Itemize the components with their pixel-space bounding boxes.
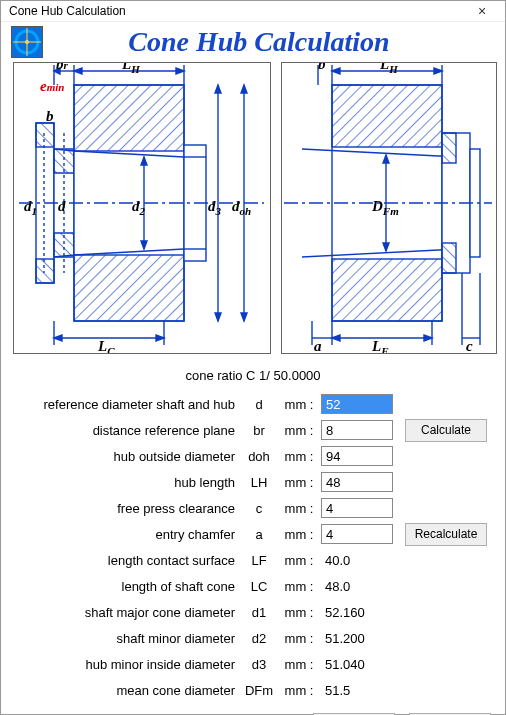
input-c[interactable] xyxy=(321,498,393,518)
sym-LH: LH xyxy=(241,475,277,490)
svg-rect-62 xyxy=(442,243,456,273)
svg-point-3 xyxy=(25,40,29,44)
svg-text:emin: emin xyxy=(40,78,64,94)
row-d1: shaft major cone diameter d1 mm : 52.160 xyxy=(11,599,495,625)
input-a[interactable] xyxy=(321,524,393,544)
label-DFm: mean cone diameter xyxy=(11,683,241,698)
svg-text:br: br xyxy=(56,63,69,72)
row-d3: hub minor inside diameter d3 mm : 51.040 xyxy=(11,651,495,677)
svg-marker-78 xyxy=(424,335,432,341)
label-c: free press clearance xyxy=(11,501,241,516)
svg-rect-14 xyxy=(74,255,184,321)
diagram-right: b LH DFm a LF c xyxy=(281,62,497,354)
sym-d: d xyxy=(241,397,277,412)
svg-text:doh: doh xyxy=(232,198,251,217)
label-br: distance reference plane xyxy=(11,423,241,438)
value-d3: 51.040 xyxy=(321,657,401,672)
input-d[interactable] xyxy=(321,394,393,414)
svg-text:d1: d1 xyxy=(24,198,37,217)
input-LH[interactable] xyxy=(321,472,393,492)
label-LH: hub length xyxy=(11,475,241,490)
svg-rect-8 xyxy=(36,259,54,283)
row-LH: hub length LH mm : xyxy=(11,469,495,495)
label-d: reference diameter shaft and hub xyxy=(11,397,241,412)
svg-text:b: b xyxy=(46,108,54,124)
sym-a: a xyxy=(241,527,277,542)
diagram-left: br emin b LH LC d1 d d2 d3 doh xyxy=(13,62,271,354)
page-title: Cone Hub Calculation xyxy=(53,26,495,58)
svg-rect-56 xyxy=(332,85,442,147)
unit-c: mm : xyxy=(277,501,321,516)
label-a: entry chamfer xyxy=(11,527,241,542)
sym-br: br xyxy=(241,423,277,438)
app-logo-icon xyxy=(11,26,43,58)
sym-LC: LC xyxy=(241,579,277,594)
value-d2: 51.200 xyxy=(321,631,401,646)
row-br: distance reference plane br mm : Calcula… xyxy=(11,417,495,443)
svg-marker-44 xyxy=(241,313,247,321)
value-LF: 40.0 xyxy=(321,553,401,568)
svg-marker-77 xyxy=(332,335,340,341)
unit-LH: mm : xyxy=(277,475,321,490)
svg-text:LH: LH xyxy=(121,63,140,75)
svg-marker-69 xyxy=(332,68,340,74)
label-d3: hub minor inside diameter xyxy=(11,657,241,672)
sym-d2: d2 xyxy=(241,631,277,646)
label-LC: length of shaft cone xyxy=(11,579,241,594)
svg-text:LC: LC xyxy=(97,338,115,353)
row-c: free press clearance c mm : xyxy=(11,495,495,521)
unit-br: mm : xyxy=(277,423,321,438)
unit-doh: mm : xyxy=(277,449,321,464)
unit-LF: mm : xyxy=(277,553,321,568)
svg-marker-70 xyxy=(434,68,442,74)
svg-text:d: d xyxy=(58,198,66,214)
close-icon: × xyxy=(478,3,486,19)
svg-marker-25 xyxy=(74,68,82,74)
titlebar: Cone Hub Calculation × xyxy=(1,1,505,22)
svg-text:a: a xyxy=(314,338,322,353)
label-doh: hub outside diameter xyxy=(11,449,241,464)
sym-DFm: DFm xyxy=(241,683,277,698)
row-doh: hub outside diameter doh mm : xyxy=(11,443,495,469)
recalculate-button[interactable]: Recalculate xyxy=(405,523,487,546)
svg-rect-7 xyxy=(36,123,54,147)
unit-d3: mm : xyxy=(277,657,321,672)
window-title: Cone Hub Calculation xyxy=(9,4,467,18)
unit-d2: mm : xyxy=(277,631,321,646)
row-a: entry chamfer a mm : Recalculate xyxy=(11,521,495,547)
sym-d3: d3 xyxy=(241,657,277,672)
unit-DFm: mm : xyxy=(277,683,321,698)
label-d2: shaft minor diameter xyxy=(11,631,241,646)
row-d: reference diameter shaft and hub d mm : xyxy=(11,391,495,417)
value-LC: 48.0 xyxy=(321,579,401,594)
sym-LF: LF xyxy=(241,553,277,568)
calculate-button[interactable]: Calculate xyxy=(405,419,487,442)
input-doh[interactable] xyxy=(321,446,393,466)
svg-text:LH: LH xyxy=(379,63,398,75)
svg-marker-26 xyxy=(176,68,184,74)
row-LF: length contact surface LF mm : 40.0 xyxy=(11,547,495,573)
svg-marker-40 xyxy=(215,85,221,93)
svg-text:c: c xyxy=(466,338,473,353)
row-d2: shaft minor diameter d2 mm : 51.200 xyxy=(11,625,495,651)
label-d1: shaft major cone diameter xyxy=(11,605,241,620)
input-br[interactable] xyxy=(321,420,393,440)
sym-doh: doh xyxy=(241,449,277,464)
svg-text:LF: LF xyxy=(371,338,389,353)
sym-d1: d1 xyxy=(241,605,277,620)
unit-LC: mm : xyxy=(277,579,321,594)
value-DFm: 51.5 xyxy=(321,683,401,698)
sym-c: c xyxy=(241,501,277,516)
row-LC: length of shaft cone LC mm : 48.0 xyxy=(11,573,495,599)
form-area: cone ratio C 1/ 50.0000 reference diamet… xyxy=(1,354,505,713)
label-LF: length contact surface xyxy=(11,553,241,568)
cone-ratio-label: cone ratio C 1/ 50.0000 xyxy=(11,362,495,391)
close-button[interactable]: × xyxy=(467,1,497,21)
value-d1: 52.160 xyxy=(321,605,401,620)
svg-marker-32 xyxy=(54,335,62,341)
dialog-window: Cone Hub Calculation × Cone Hub Calculat… xyxy=(0,0,506,715)
header: Cone Hub Calculation xyxy=(1,22,505,62)
unit-a: mm : xyxy=(277,527,321,542)
svg-rect-57 xyxy=(332,259,442,321)
diagrams: br emin b LH LC d1 d d2 d3 doh xyxy=(1,62,505,354)
